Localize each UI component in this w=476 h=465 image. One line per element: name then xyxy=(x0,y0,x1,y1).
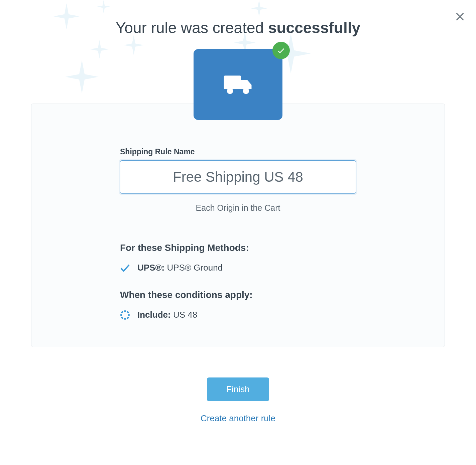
svg-rect-5 xyxy=(124,310,126,312)
divider xyxy=(120,227,356,227)
sparkle-icon xyxy=(90,40,109,58)
sparkle-icon xyxy=(251,0,267,17)
condition-label: Include: xyxy=(137,310,171,320)
svg-point-4 xyxy=(243,88,249,94)
svg-point-3 xyxy=(227,88,233,94)
rule-icon-tile xyxy=(194,49,282,120)
svg-rect-7 xyxy=(120,314,122,316)
finish-button[interactable]: Finish xyxy=(207,377,269,401)
method-row: UPS®: UPS® Ground xyxy=(120,263,356,273)
methods-title: For these Shipping Methods: xyxy=(120,243,356,253)
sparkle-icon xyxy=(97,0,110,13)
rule-summary-card: Shipping Rule Name Each Origin in the Ca… xyxy=(31,104,445,347)
method-service: UPS® Ground xyxy=(167,263,223,273)
condition-text: Include: US 48 xyxy=(137,310,197,320)
conditions-title: When these conditions apply: xyxy=(120,290,356,300)
rule-name-label: Shipping Rule Name xyxy=(120,147,356,156)
success-check-badge xyxy=(272,42,290,59)
success-heading: Your rule was created successfully xyxy=(0,19,476,37)
rule-name-input[interactable] xyxy=(120,160,356,194)
heading-prefix: Your rule was created xyxy=(116,19,268,36)
condition-row: Include: US 48 xyxy=(120,310,356,320)
svg-rect-8 xyxy=(128,314,130,316)
svg-rect-6 xyxy=(124,318,126,320)
sparkle-icon xyxy=(124,35,144,55)
checkmark-icon xyxy=(120,264,130,272)
method-carrier: UPS®: xyxy=(137,263,164,273)
origin-subtext: Each Origin in the Cart xyxy=(120,203,356,227)
svg-rect-2 xyxy=(224,75,241,89)
globe-icon xyxy=(120,310,130,320)
method-text: UPS®: UPS® Ground xyxy=(137,263,223,273)
sparkle-icon xyxy=(65,60,99,94)
truck-icon xyxy=(223,73,253,96)
check-icon xyxy=(276,46,286,55)
heading-bold: successfully xyxy=(268,19,360,36)
condition-value: US 48 xyxy=(173,310,197,320)
create-another-rule-link[interactable]: Create another rule xyxy=(201,413,275,424)
bottom-actions: Finish Create another rule xyxy=(0,377,476,424)
